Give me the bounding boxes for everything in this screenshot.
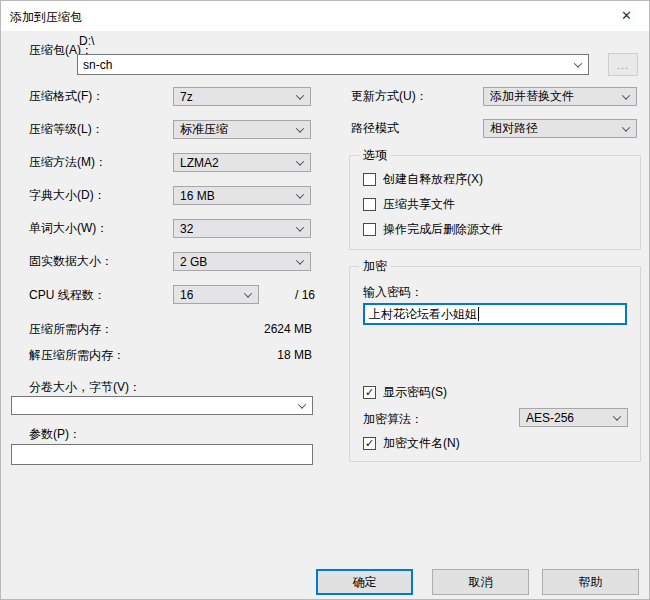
memory-decompress-label: 解压缩所需内存： [29,348,125,363]
compress-shared-files-checkbox[interactable]: 压缩共享文件 [363,197,455,212]
update-mode-dropdown[interactable]: 添加并替换文件 [483,87,637,106]
encryption-group-title: 加密 [359,259,391,274]
ok-button[interactable]: 确定 [316,569,413,595]
chevron-down-icon [622,91,630,99]
checkbox-box[interactable] [363,223,376,236]
cancel-button[interactable]: 取消 [432,569,529,595]
password-input[interactable]: 上村花论坛看小姐姐 [363,303,627,325]
password-label: 输入密码： [363,285,423,300]
titlebar: 添加到压缩包 ✕ [1,1,649,31]
chevron-down-icon [296,157,304,165]
level-dropdown[interactable]: 标准压缩 [173,120,311,139]
method-value: LZMA2 [180,156,219,170]
path-mode-dropdown[interactable]: 相对路径 [483,119,637,138]
dialog-title: 添加到压缩包 [10,9,82,26]
memory-compress-label: 压缩所需内存： [29,322,113,337]
chevron-down-icon [244,289,252,297]
method-dropdown[interactable]: LZMA2 [173,153,311,172]
volume-size-label: 分卷大小，字节(V)： [29,380,141,395]
dictionary-size-dropdown[interactable]: 16 MB [173,186,311,205]
format-dropdown[interactable]: 7z [173,87,311,106]
chevron-down-icon [622,123,630,131]
checkbox-label: 创建自释放程序(X) [383,172,483,187]
parameters-label: 参数(P)： [29,427,81,442]
checkbox-box[interactable] [363,198,376,211]
chevron-down-icon [613,412,621,420]
show-password-checkbox[interactable]: 显示密码(S) [363,385,447,400]
solid-block-size-value: 2 GB [180,255,207,269]
encryption-method-label: 加密算法： [363,412,423,427]
browse-button[interactable]: ... [608,53,638,76]
close-icon[interactable]: ✕ [604,1,649,30]
path-mode-value: 相对路径 [490,120,538,137]
chevron-down-icon [296,91,304,99]
dictionary-size-value: 16 MB [180,189,215,203]
dictionary-size-label: 字典大小(D)： [29,188,106,203]
update-mode-label: 更新方式(U)： [351,89,428,104]
encrypt-filenames-checkbox[interactable]: 加密文件名(N) [363,436,460,451]
chevron-down-icon [298,400,306,408]
volume-size-combo[interactable] [11,396,313,415]
checkbox-label: 压缩共享文件 [383,197,455,212]
create-sfx-checkbox[interactable]: 创建自释放程序(X) [363,172,483,187]
memory-compress-value: 2624 MB [264,322,312,337]
checkbox-label: 操作完成后删除源文件 [383,222,503,237]
checkbox-box[interactable] [363,386,376,399]
path-mode-label: 路径模式 [351,121,399,136]
parameters-input[interactable] [11,444,313,465]
solid-block-size-dropdown[interactable]: 2 GB [173,252,311,271]
format-value: 7z [180,90,193,104]
solid-block-size-label: 固实数据大小： [29,254,113,269]
word-size-dropdown[interactable]: 32 [173,219,311,238]
add-to-archive-dialog: 添加到压缩包 ✕ 压缩包(A)： D:\ sn-ch ... 压缩格式(F)： … [0,0,650,600]
archive-directory: D:\ [79,34,94,49]
chevron-down-icon [296,190,304,198]
cpu-threads-max: / 16 [295,288,315,303]
word-size-value: 32 [180,222,193,236]
text-caret [478,307,479,321]
chevron-down-icon [296,124,304,132]
checkbox-box[interactable] [363,437,376,450]
word-size-label: 单词大小(W)： [29,221,108,236]
level-label: 压缩等级(L)： [29,122,104,137]
checkbox-box[interactable] [363,173,376,186]
password-value: 上村花论坛看小姐姐 [369,306,477,323]
level-value: 标准压缩 [180,121,228,138]
checkbox-label: 加密文件名(N) [383,436,460,451]
checkbox-label: 显示密码(S) [383,385,447,400]
format-label: 压缩格式(F)： [29,89,104,104]
chevron-down-icon [574,59,582,67]
delete-after-compression-checkbox[interactable]: 操作完成后删除源文件 [363,222,503,237]
memory-decompress-value: 18 MB [277,348,312,363]
chevron-down-icon [296,223,304,231]
method-label: 压缩方法(M)： [29,155,107,170]
options-group-title: 选项 [359,148,391,163]
cpu-threads-dropdown[interactable]: 16 [173,285,259,304]
help-button[interactable]: 帮助 [542,569,639,595]
update-mode-value: 添加并替换文件 [490,88,574,105]
chevron-down-icon [296,256,304,264]
archive-name-value: sn-ch [83,58,112,72]
archive-name-combo[interactable]: sn-ch [77,54,589,75]
encryption-method-value: AES-256 [526,411,574,425]
cpu-threads-value: 16 [180,288,193,302]
cpu-threads-label: CPU 线程数： [29,288,106,303]
encryption-method-dropdown[interactable]: AES-256 [519,408,628,427]
